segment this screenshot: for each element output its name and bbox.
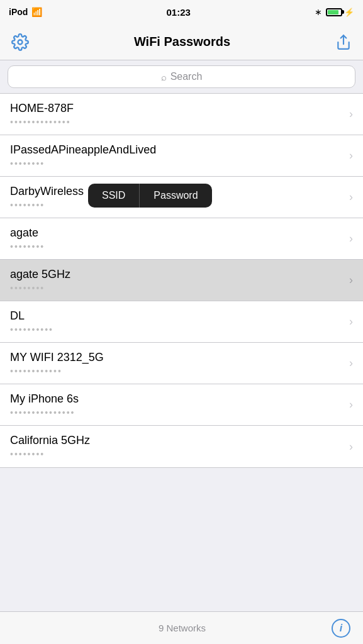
network-ssid: DL (10, 309, 53, 323)
chevron-right-icon: › (349, 398, 353, 411)
network-info: IPassedAPineappleAndLived •••••••• (10, 143, 156, 169)
network-info: California 5GHz •••••••• (10, 434, 90, 459)
network-info: MY WIFI 2312_5G •••••••••••• (10, 351, 104, 376)
network-ssid: IPassedAPineappleAndLived (10, 143, 156, 157)
network-count-label: 9 Networks (33, 623, 332, 633)
chevron-right-icon: › (349, 191, 353, 204)
list-item[interactable]: DL •••••••••• › (0, 301, 363, 343)
list-item[interactable]: HOME-878F •••••••••••••• › (0, 94, 363, 135)
network-info: DarbyWireless •••••••• (10, 185, 84, 210)
list-item[interactable]: MY WIFI 2312_5G •••••••••••• › (0, 343, 363, 384)
search-placeholder: Search (170, 71, 203, 82)
network-password: •••••••••••••• (10, 117, 74, 127)
chevron-right-icon: › (349, 357, 353, 370)
svg-point-0 (18, 40, 23, 44)
network-info: DL •••••••••• (10, 309, 53, 335)
network-list: HOME-878F •••••••••••••• › IPassedAPinea… (0, 93, 363, 468)
status-left: iPod 📶 (9, 7, 42, 17)
page-title: WiFi Passwords (134, 35, 230, 49)
info-icon: i (340, 623, 342, 634)
network-ssid: MY WIFI 2312_5G (10, 351, 104, 364)
chevron-right-icon: › (349, 149, 353, 162)
list-item[interactable]: agate •••••••• › SSID Password (0, 218, 363, 260)
carrier-label: iPod (9, 7, 28, 17)
network-ssid: agate 5GHz (10, 268, 70, 281)
network-password: •••••••• (10, 200, 84, 210)
network-password: •••••••• (10, 283, 70, 293)
network-password: •••••••• (10, 449, 90, 459)
network-password: ••••••••••••••• (10, 408, 79, 418)
battery-fill (328, 10, 338, 14)
network-ssid: My iPhone 6s (10, 392, 79, 406)
network-info: agate •••••••• (10, 226, 45, 252)
network-ssid: agate (10, 226, 45, 240)
gear-icon (11, 33, 29, 51)
main-content: ⌕ Search HOME-878F •••••••••••••• › IPas… (0, 60, 363, 506)
network-info: agate 5GHz •••••••• (10, 268, 70, 293)
tooltip-password-button[interactable]: Password (140, 184, 211, 208)
context-tooltip: SSID Password (88, 184, 212, 208)
tooltip-ssid-button[interactable]: SSID (88, 184, 139, 208)
list-item[interactable]: California 5GHz •••••••• › (0, 426, 363, 467)
battery-indicator: ⚡ (326, 8, 354, 17)
network-password: •••••••• (10, 242, 45, 252)
navigation-bar: WiFi Passwords (0, 24, 363, 60)
network-info: My iPhone 6s ••••••••••••••• (10, 392, 79, 418)
network-ssid: California 5GHz (10, 434, 90, 447)
bluetooth-icon: ∗ (315, 7, 322, 17)
network-password: •••••••• (10, 158, 156, 169)
network-password: •••••••••• (10, 325, 53, 335)
chevron-right-icon: › (349, 315, 353, 328)
chevron-right-icon: › (349, 108, 353, 121)
network-info: HOME-878F •••••••••••••• (10, 102, 74, 127)
search-bar[interactable]: ⌕ Search (8, 65, 355, 88)
network-ssid: DarbyWireless (10, 185, 84, 198)
chevron-right-icon: › (349, 274, 353, 287)
charge-icon: ⚡ (344, 8, 354, 17)
battery-icon (326, 8, 342, 16)
status-time: 01:23 (166, 7, 190, 18)
settings-button[interactable] (9, 31, 31, 53)
list-item[interactable]: My iPhone 6s ••••••••••••••• › (0, 384, 363, 426)
share-icon (335, 34, 352, 50)
share-button[interactable] (333, 31, 354, 53)
list-item[interactable]: IPassedAPineappleAndLived •••••••• › (0, 135, 363, 177)
wifi-icon: 📶 (31, 7, 42, 17)
search-icon: ⌕ (161, 72, 167, 82)
status-right: ∗ ⚡ (315, 7, 354, 17)
list-item[interactable]: agate 5GHz •••••••• › (0, 260, 363, 301)
network-ssid: HOME-878F (10, 102, 74, 115)
chevron-right-icon: › (349, 232, 353, 245)
status-bar: iPod 📶 01:23 ∗ ⚡ (0, 0, 363, 24)
footer-bar: 9 Networks i (0, 611, 363, 644)
network-password: •••••••••••• (10, 366, 104, 376)
info-button[interactable]: i (332, 619, 350, 638)
search-container: ⌕ Search (0, 60, 363, 93)
chevron-right-icon: › (349, 440, 353, 453)
